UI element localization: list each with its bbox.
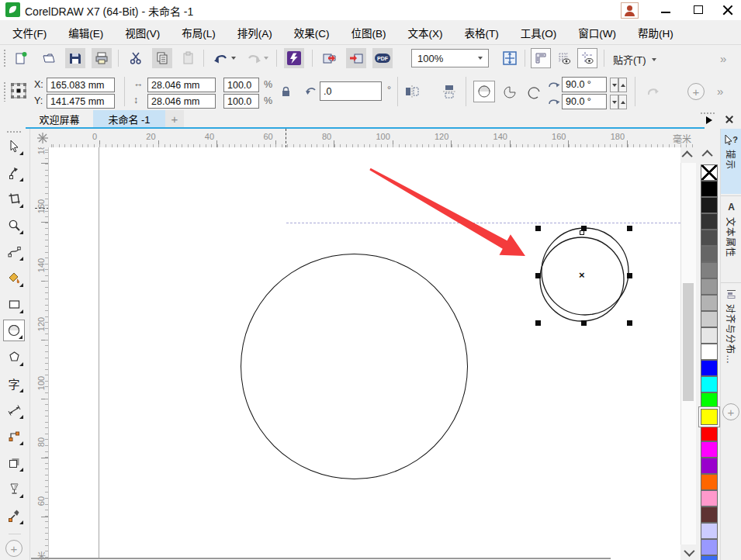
new-document-tab-button[interactable]: + bbox=[165, 110, 184, 127]
x-position-field[interactable]: 165.083 mm bbox=[47, 78, 115, 92]
scroll-down-button[interactable] bbox=[680, 544, 696, 560]
palette-swatch[interactable] bbox=[701, 409, 718, 425]
shape-tool[interactable] bbox=[3, 161, 25, 183]
show-rulers-button[interactable] bbox=[531, 48, 551, 68]
open-button[interactable] bbox=[39, 48, 59, 68]
menu-item-table[interactable]: 表格(T) bbox=[465, 25, 499, 40]
palette-swatch[interactable] bbox=[701, 539, 718, 555]
undo-button[interactable] bbox=[211, 48, 231, 68]
selection-handle-se[interactable] bbox=[627, 320, 632, 326]
menu-item-arrange[interactable]: 排列(A) bbox=[237, 25, 272, 40]
dimension-tool[interactable] bbox=[3, 399, 25, 420]
palette-swatch[interactable] bbox=[701, 555, 718, 560]
swap-direction-button[interactable] bbox=[642, 81, 663, 102]
selection-handle-e[interactable] bbox=[627, 273, 632, 278]
ruler-origin[interactable] bbox=[35, 129, 49, 147]
menu-item-effects[interactable]: 效果(C) bbox=[294, 25, 330, 40]
show-guidelines-button[interactable] bbox=[577, 48, 597, 68]
palette-swatch[interactable] bbox=[701, 295, 718, 311]
search-content-button[interactable] bbox=[284, 48, 304, 68]
palette-swatch[interactable] bbox=[701, 474, 718, 490]
end-angle-up-button[interactable] bbox=[618, 95, 627, 109]
end-angle-down-button[interactable] bbox=[610, 95, 618, 109]
ellipse-mode-button[interactable] bbox=[473, 81, 495, 102]
menu-item-window[interactable]: 窗口(W) bbox=[578, 25, 616, 40]
menu-item-help[interactable]: 帮助(H) bbox=[638, 25, 673, 40]
object-height-field[interactable]: 28.046 mm bbox=[147, 94, 216, 109]
ellipse-node-marker[interactable] bbox=[580, 230, 584, 235]
scroll-up-button[interactable] bbox=[680, 147, 696, 163]
palette-swatch[interactable] bbox=[701, 523, 718, 539]
rotation-angle-field[interactable]: .0 bbox=[320, 81, 382, 101]
account-sign-in-icon[interactable] bbox=[621, 2, 639, 19]
print-button[interactable] bbox=[92, 48, 112, 68]
cut-button[interactable] bbox=[126, 48, 146, 68]
selection-handle-nw[interactable] bbox=[535, 226, 541, 231]
drop-shadow-tool[interactable] bbox=[3, 451, 25, 473]
toolbar-overflow-button[interactable]: » bbox=[720, 52, 726, 65]
vertical-ruler[interactable]: 米 1801601401201008060 bbox=[35, 147, 49, 560]
selection-handle-s[interactable] bbox=[581, 320, 587, 326]
tab-welcome-screen[interactable]: 欢迎屏幕 bbox=[26, 110, 93, 127]
palette-swatch[interactable] bbox=[701, 458, 718, 474]
palette-swatch[interactable] bbox=[701, 490, 718, 506]
crop-tool[interactable] bbox=[3, 188, 25, 209]
import-button[interactable] bbox=[320, 48, 340, 68]
undo-dropdown[interactable] bbox=[231, 57, 236, 60]
docker-tab-text-properties[interactable]: A 文本属性 bbox=[721, 195, 741, 282]
selected-circle-outer[interactable] bbox=[542, 228, 628, 315]
palette-swatch[interactable] bbox=[701, 506, 718, 523]
start-angle-up-button[interactable] bbox=[618, 78, 627, 92]
publish-pdf-button[interactable]: PDF bbox=[372, 48, 393, 68]
object-width-field[interactable]: 28.046 mm bbox=[147, 78, 216, 92]
connector-tool[interactable] bbox=[3, 425, 25, 447]
zoom-tool[interactable] bbox=[3, 214, 25, 236]
drawing-canvas[interactable]: × bbox=[49, 147, 680, 560]
pick-tool[interactable] bbox=[3, 135, 25, 157]
arc-mode-button[interactable] bbox=[525, 82, 545, 102]
palette-swatch[interactable] bbox=[701, 392, 718, 409]
ellipse-tool[interactable] bbox=[3, 320, 25, 341]
docker-grip[interactable] bbox=[700, 112, 715, 115]
menu-item-layout[interactable]: 布局(L) bbox=[182, 25, 216, 40]
redo-dropdown[interactable] bbox=[264, 57, 268, 60]
paste-button[interactable] bbox=[178, 48, 199, 68]
menu-item-view[interactable]: 视图(V) bbox=[125, 25, 160, 40]
palette-swatch[interactable] bbox=[701, 213, 718, 230]
copy-button[interactable] bbox=[152, 48, 172, 68]
pie-mode-button[interactable] bbox=[500, 82, 520, 102]
palette-swatch[interactable] bbox=[701, 262, 718, 278]
palette-swatch[interactable] bbox=[701, 441, 718, 458]
menu-item-file[interactable]: 文件(F) bbox=[12, 25, 47, 40]
toolbar-grip[interactable] bbox=[3, 49, 6, 67]
rectangle-tool[interactable] bbox=[3, 293, 25, 315]
save-button[interactable] bbox=[65, 48, 85, 68]
docker-close-icon[interactable] bbox=[725, 115, 734, 124]
quick-customize-button[interactable]: + bbox=[687, 83, 705, 100]
palette-swatch[interactable] bbox=[701, 376, 718, 392]
selection-handle-w[interactable] bbox=[535, 273, 541, 278]
transparency-tool[interactable] bbox=[3, 478, 25, 500]
palette-swatch[interactable] bbox=[701, 344, 718, 360]
maximize-button[interactable] bbox=[685, 0, 712, 20]
lock-ratio-icon[interactable] bbox=[281, 86, 291, 97]
scale-h-field[interactable]: 100.0 bbox=[223, 78, 259, 92]
selection-handle-sw[interactable] bbox=[535, 320, 541, 326]
menu-item-text[interactable]: 文本(X) bbox=[408, 25, 443, 40]
mirror-horizontal-button[interactable] bbox=[402, 81, 422, 102]
menu-item-edit[interactable]: 编辑(E) bbox=[68, 25, 103, 40]
zoom-level-combo[interactable]: 100% bbox=[411, 49, 489, 67]
start-angle-down-button[interactable] bbox=[610, 78, 618, 92]
palette-swatch[interactable] bbox=[701, 425, 718, 441]
horizontal-scrollbar-thumb[interactable] bbox=[31, 558, 611, 559]
minimize-button[interactable] bbox=[653, 0, 679, 20]
scale-v-field[interactable]: 100.0 bbox=[223, 94, 259, 109]
docker-tab-hints[interactable]: ? 提示 bbox=[721, 129, 741, 194]
selection-center-marker[interactable]: × bbox=[579, 269, 585, 281]
freehand-tool[interactable] bbox=[3, 240, 25, 262]
redo-button[interactable] bbox=[244, 48, 264, 68]
horizontal-ruler[interactable]: 毫米 020406080100120140160180 bbox=[49, 129, 696, 148]
snap-to-dropdown[interactable]: 贴齐(T) bbox=[613, 52, 656, 67]
close-button[interactable] bbox=[714, 0, 740, 20]
tab-untitled-1[interactable]: 未命名 -1 bbox=[93, 110, 165, 127]
